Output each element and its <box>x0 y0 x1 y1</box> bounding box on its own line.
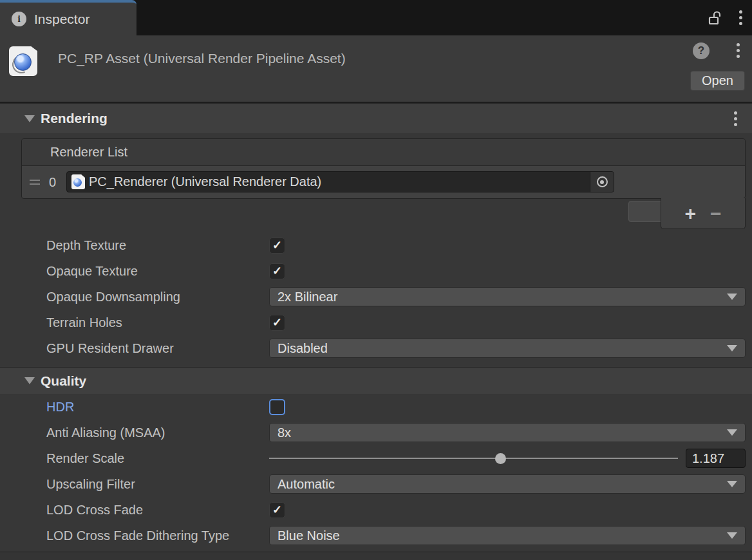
bottom-strip <box>0 552 752 560</box>
dropdown-arrow-icon <box>727 429 737 436</box>
section-header-rendering[interactable]: Rendering <box>0 103 752 133</box>
row-lod-cross-fade: LOD Cross Fade ✓ <box>0 497 752 523</box>
lod-dithering-type-dropdown[interactable]: Blue Noise <box>269 526 746 545</box>
section-header-quality[interactable]: Quality <box>0 367 752 394</box>
dropdown-value: 2x Bilinear <box>277 290 727 304</box>
prop-label: Opaque Downsampling <box>0 290 269 304</box>
section-title: Quality <box>41 373 86 389</box>
check-icon: ✓ <box>272 238 282 252</box>
asset-header: PC_RP Asset (Universal Render Pipeline A… <box>0 35 752 103</box>
drag-handle-icon[interactable] <box>30 179 40 185</box>
anti-aliasing-dropdown[interactable]: 8x <box>269 423 746 442</box>
object-picker-button[interactable] <box>590 172 614 192</box>
depth-texture-checkbox[interactable]: ✓ <box>269 238 285 254</box>
prop-label: GPU Resident Drawer <box>0 341 269 356</box>
renderer-list-footer: + − <box>661 198 746 229</box>
dropdown-arrow-icon <box>727 294 737 300</box>
renderer-object-field[interactable]: PC_Renderer (Universal Renderer Data) <box>66 171 614 192</box>
rendering-rows: Depth Texture ✓ Opaque Texture ✓ Opaque … <box>0 232 752 361</box>
rendering-kebab-icon[interactable] <box>734 110 738 128</box>
quality-rows: HDR Anti Aliasing (MSAA) 8x Render Scale… <box>0 394 752 548</box>
dropdown-value: Automatic <box>277 477 727 492</box>
upscaling-filter-dropdown[interactable]: Automatic <box>269 474 746 494</box>
foldout-icon[interactable] <box>24 377 35 384</box>
dropdown-value: Disabled <box>277 341 727 356</box>
dropdown-value: Blue Noise <box>277 528 727 543</box>
dropdown-value: 8x <box>277 425 727 440</box>
render-scale-value-field[interactable]: 1.187 <box>686 449 746 468</box>
add-renderer-button[interactable]: + <box>684 204 696 223</box>
lod-cross-fade-checkbox[interactable]: ✓ <box>269 502 285 518</box>
gpu-resident-drawer-dropdown[interactable]: Disabled <box>269 339 746 358</box>
row-anti-aliasing: Anti Aliasing (MSAA) 8x <box>0 420 752 445</box>
renderer-index: 0 <box>49 175 56 190</box>
check-icon: ✓ <box>272 503 282 517</box>
check-icon: ✓ <box>272 264 282 278</box>
row-render-scale: Render Scale 1.187 <box>0 445 752 471</box>
help-icon[interactable]: ? <box>693 42 710 59</box>
check-icon: ✓ <box>272 315 282 330</box>
row-lod-dithering-type: LOD Cross Fade Dithering Type Blue Noise <box>0 523 752 548</box>
renderer-list-header: Renderer List <box>22 139 745 166</box>
info-icon: i <box>12 12 26 26</box>
dropdown-arrow-icon <box>727 532 737 539</box>
renderer-list-row: 0 PC_Renderer (Universal Renderer Data) … <box>22 166 745 198</box>
prop-label: Render Scale <box>0 451 269 466</box>
section-title: Rendering <box>41 111 108 126</box>
object-picker-icon <box>597 176 608 187</box>
prop-label: Terrain Holes <box>0 315 269 330</box>
prop-label: Anti Aliasing (MSAA) <box>0 425 269 440</box>
renderer-object-value: PC_Renderer (Universal Renderer Data) <box>89 174 321 189</box>
opaque-texture-checkbox[interactable]: ✓ <box>269 263 285 279</box>
dropdown-arrow-icon <box>727 345 737 351</box>
tab-title: Inspector <box>34 12 89 27</box>
renderer-list-title: Renderer List <box>50 145 127 160</box>
row-upscaling-filter: Upscaling Filter Automatic <box>0 471 752 497</box>
opaque-downsampling-dropdown[interactable]: 2x Bilinear <box>269 287 746 306</box>
foldout-icon[interactable] <box>24 115 35 122</box>
row-terrain-holes: Terrain Holes ✓ <box>0 310 752 335</box>
unlock-icon[interactable] <box>707 10 722 26</box>
row-opaque-texture: Opaque Texture ✓ <box>0 258 752 284</box>
hdr-checkbox[interactable] <box>269 399 285 415</box>
renderer-data-icon <box>71 174 85 189</box>
row-hdr: HDR <box>0 394 752 420</box>
prop-label: Opaque Texture <box>0 264 269 279</box>
prop-label: Depth Texture <box>0 238 269 253</box>
prop-label: LOD Cross Fade Dithering Type <box>0 528 269 543</box>
tab-bar: i Inspector <box>0 0 752 35</box>
tab-inspector[interactable]: i Inspector <box>0 0 136 35</box>
slider-track <box>269 458 678 459</box>
asset-title: PC_RP Asset (Universal Render Pipeline A… <box>58 51 346 66</box>
renderer-list: Renderer List 0 PC_Renderer (Universal R… <box>21 138 746 199</box>
slider-thumb[interactable] <box>495 453 506 464</box>
row-gpu-resident-drawer: GPU Resident Drawer Disabled <box>0 335 752 361</box>
prop-label: LOD Cross Fade <box>0 503 269 518</box>
render-scale-value: 1.187 <box>692 451 724 466</box>
row-opaque-downsampling: Opaque Downsampling 2x Bilinear <box>0 284 752 310</box>
inspector-panel: i Inspector PC_RP Asset (Universal Rende… <box>0 0 752 560</box>
render-scale-slider[interactable] <box>269 449 678 468</box>
prop-label: Upscaling Filter <box>0 477 269 492</box>
remove-renderer-button[interactable]: − <box>710 204 722 223</box>
tab-menu-kebab-icon[interactable] <box>739 9 743 27</box>
open-button[interactable]: Open <box>690 71 745 91</box>
dropdown-arrow-icon <box>727 481 737 487</box>
terrain-holes-checkbox[interactable]: ✓ <box>269 315 285 331</box>
prop-label: HDR <box>0 400 269 415</box>
asset-menu-kebab-icon[interactable] <box>737 42 740 60</box>
urp-asset-icon <box>9 46 37 76</box>
row-depth-texture: Depth Texture ✓ <box>0 232 752 258</box>
